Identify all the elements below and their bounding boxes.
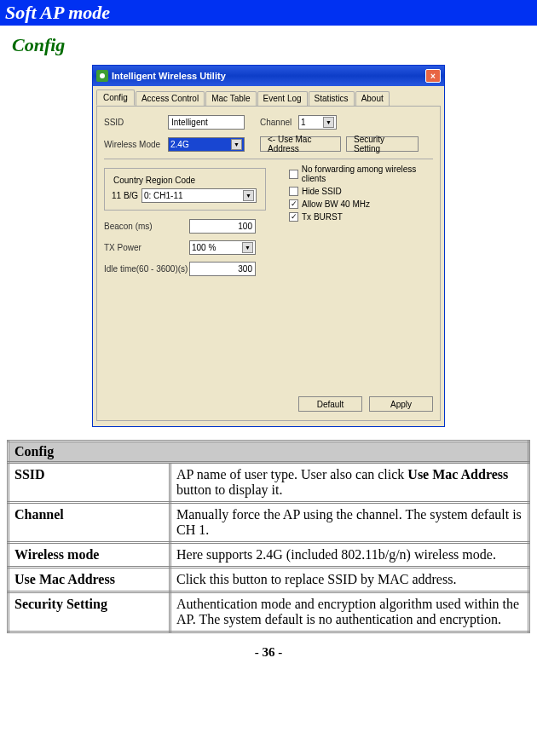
page-title-bar: Soft AP mode (0, 0, 537, 26)
country-region-value: 0: CH1-11 (144, 191, 183, 200)
section-heading: Config (0, 26, 537, 65)
country-band-label: 11 B/G (112, 191, 141, 200)
table-row: Channel Manually force the AP using the … (9, 503, 529, 543)
beacon-input[interactable] (189, 219, 256, 234)
row-name: SSID (9, 463, 170, 503)
tx-burst-checkbox[interactable] (289, 212, 298, 222)
no-forwarding-label: No forwarding among wireless clients (302, 164, 440, 183)
tx-power-value: 100 % (192, 243, 216, 252)
tab-access-control[interactable]: Access Control (136, 91, 205, 106)
options-group: No forwarding among wireless clients Hid… (289, 164, 440, 225)
chevron-down-icon: ▼ (243, 190, 254, 201)
row-desc: Here supports 2.4G (included 802.11b/g/n… (170, 543, 529, 568)
no-forwarding-row[interactable]: No forwarding among wireless clients (289, 164, 440, 183)
row-name: Use Mac Address (9, 568, 170, 592)
table-row: Wireless mode Here supports 2.4G (includ… (9, 543, 529, 568)
divider (104, 159, 433, 159)
tx-power-label: TX Power (104, 243, 189, 252)
table-row: SSID AP name of user type. User also can… (9, 463, 529, 503)
row-name: Wireless mode (9, 543, 170, 568)
row-desc: Authentication mode and encryption algor… (170, 592, 529, 632)
row-desc: Click this button to replace SSID by MAC… (170, 568, 529, 592)
app-icon (96, 70, 108, 82)
country-region-select[interactable]: 0: CH1-11 ▼ (141, 188, 257, 203)
tab-strip: Config Access Control Mac Table Event Lo… (93, 86, 444, 106)
channel-label: Channel (260, 118, 298, 127)
config-table: Config SSID AP name of user type. User a… (7, 440, 530, 633)
app-window: Intelligent Wireless Utility × Config Ac… (92, 65, 445, 427)
chevron-down-icon: ▼ (323, 117, 334, 128)
idle-time-label: Idle time(60 - 3600)(s) (104, 264, 189, 274)
wireless-mode-select[interactable]: 2.4G ▼ (168, 137, 245, 152)
country-region-legend: Country Region Code (112, 176, 197, 185)
table-row: Use Mac Address Click this button to rep… (9, 568, 529, 592)
tab-statistics[interactable]: Statistics (309, 91, 355, 106)
title-bar: Intelligent Wireless Utility × (93, 66, 444, 86)
tab-panel-config: SSID Channel 1 ▼ Wireless Mode 2.4G ▼ <-… (96, 106, 441, 421)
hide-ssid-row[interactable]: Hide SSID (289, 187, 440, 196)
row-name: Channel (9, 503, 170, 543)
tx-burst-row[interactable]: Tx BURST (289, 212, 440, 222)
hide-ssid-label: Hide SSID (302, 187, 342, 196)
page-footer: - 36 - (0, 642, 537, 663)
apply-button[interactable]: Apply (369, 396, 433, 412)
app-title: Intelligent Wireless Utility (112, 71, 425, 81)
idle-time-input[interactable] (189, 262, 256, 276)
config-table-header: Config (9, 441, 529, 463)
row-desc: AP name of user type. User also can clic… (170, 463, 529, 503)
allow-bw-row[interactable]: Allow BW 40 MHz (289, 199, 440, 209)
ssid-input[interactable] (168, 115, 245, 130)
tx-burst-label: Tx BURST (302, 212, 343, 222)
chevron-down-icon: ▼ (242, 242, 253, 253)
tab-mac-table[interactable]: Mac Table (205, 91, 256, 106)
tab-config[interactable]: Config (96, 89, 135, 106)
beacon-label: Beacon (ms) (104, 222, 189, 231)
channel-select[interactable]: 1 ▼ (298, 115, 337, 130)
use-mac-address-button[interactable]: <- Use Mac Address (260, 136, 341, 152)
tx-power-select[interactable]: 100 % ▼ (189, 240, 256, 255)
close-button[interactable]: × (425, 69, 441, 83)
table-row: Security Setting Authentication mode and… (9, 592, 529, 632)
ssid-label: SSID (104, 118, 168, 127)
hide-ssid-checkbox[interactable] (289, 187, 298, 196)
country-region-fieldset: Country Region Code 11 B/G 0: CH1-11 ▼ (104, 168, 266, 211)
tab-about[interactable]: About (355, 91, 390, 106)
chevron-down-icon: ▼ (231, 139, 242, 150)
row-name: Security Setting (9, 592, 170, 632)
allow-bw-checkbox[interactable] (289, 199, 298, 209)
tab-event-log[interactable]: Event Log (257, 91, 308, 106)
page-title: Soft AP mode (5, 2, 110, 23)
wireless-mode-label: Wireless Mode (104, 140, 168, 149)
channel-value: 1 (301, 118, 306, 127)
default-button[interactable]: Default (298, 396, 362, 412)
wireless-mode-value: 2.4G (170, 140, 189, 149)
allow-bw-label: Allow BW 40 MHz (302, 199, 370, 209)
security-setting-button[interactable]: Security Setting (346, 136, 419, 152)
row-desc: Manually force the AP using the channel.… (170, 503, 529, 543)
no-forwarding-checkbox[interactable] (289, 170, 298, 179)
